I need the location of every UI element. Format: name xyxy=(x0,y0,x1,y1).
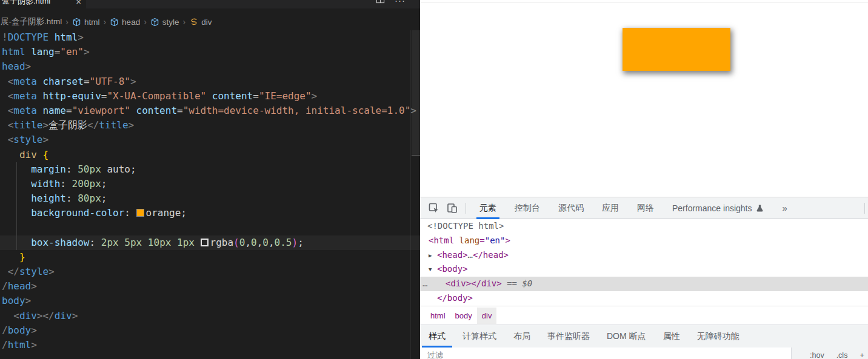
filter-toggle[interactable]: + xyxy=(860,351,864,359)
code-line[interactable]: /html> xyxy=(0,338,420,352)
code-line[interactable]: height: 80px; xyxy=(0,191,420,206)
close-icon[interactable]: × xyxy=(76,0,81,6)
color-swatch-rgba-icon[interactable] xyxy=(201,239,209,246)
collapse-arrow-icon[interactable]: ▶ xyxy=(429,249,432,263)
split-editor-icon[interactable] xyxy=(376,0,385,5)
style-tab-属性[interactable]: 属性 xyxy=(655,325,689,347)
cube-icon xyxy=(72,18,81,27)
dom-tree-row[interactable]: ▶<head>…</head> xyxy=(420,248,868,263)
code-line[interactable]: head> xyxy=(0,59,420,74)
dom-node-text: <body> xyxy=(420,264,468,274)
editor-tab-title: 盒子阴影.html xyxy=(2,0,70,7)
code-line[interactable]: </style> xyxy=(0,265,420,279)
dom-tree-row[interactable]: </body> xyxy=(420,291,868,306)
rendered-orange-box xyxy=(623,28,730,71)
code-line[interactable]: <meta http-equiv="X-UA-Compatible" conte… xyxy=(0,89,420,104)
code-editor[interactable]: !DOCTYPE html>html lang="en">head> <meta… xyxy=(0,30,420,352)
dom-tree-row[interactable]: <!DOCTYPE html> xyxy=(420,219,868,234)
code-line[interactable]: html lang="en"> xyxy=(0,45,420,59)
toolbar-separator xyxy=(466,203,466,214)
style-tab-计算样式[interactable]: 计算样式 xyxy=(454,325,505,347)
styles-sidebar-tabs: 样式计算样式布局事件监听器DOM 断点属性无障碍功能 xyxy=(420,324,868,347)
breadcrumb-file[interactable]: 展-盒子阴影.html xyxy=(1,16,62,27)
devtools-tab-控制台[interactable]: 控制台 xyxy=(506,197,549,219)
row-menu-dots-icon[interactable]: … xyxy=(422,277,428,291)
devtools-tab-网络[interactable]: 网络 xyxy=(628,197,663,219)
dom-tree-row[interactable]: …<div></div> == $0 xyxy=(420,277,868,291)
more-tabs-icon[interactable]: » xyxy=(773,203,797,213)
styles-filter-input[interactable]: 过滤 xyxy=(420,347,791,359)
styles-filter-row: 过滤 :hov.cls+ xyxy=(420,347,868,359)
cube-icon xyxy=(110,18,119,27)
style-tab-无障碍功能[interactable]: 无障碍功能 xyxy=(689,325,748,347)
devtools: 元素控制台源代码应用网络Performance insights » <!DOC… xyxy=(420,197,868,359)
breadcrumb-separator: › xyxy=(65,17,68,27)
filter-placeholder: 过滤 xyxy=(427,350,443,359)
code-line[interactable]: margin: 50px auto; xyxy=(0,162,420,177)
breadcrumb-item-html[interactable]: html xyxy=(84,18,100,27)
style-tab-布局[interactable]: 布局 xyxy=(505,325,539,347)
dom-node-text: </body> xyxy=(420,293,473,303)
code-line[interactable] xyxy=(0,220,420,235)
dom-node-text: <div></div> == $0 xyxy=(420,278,532,288)
color-swatch-orange-icon[interactable] xyxy=(136,209,144,217)
code-line[interactable]: div { xyxy=(0,148,420,162)
expand-arrow-icon[interactable]: ▼ xyxy=(429,263,432,277)
browser-viewport xyxy=(420,0,868,197)
devtools-crumb-body[interactable]: body xyxy=(450,308,477,324)
devtools-tab-元素[interactable]: 元素 xyxy=(470,197,506,219)
devtools-crumb-div[interactable]: div xyxy=(477,308,497,324)
breadcrumb-separator: › xyxy=(183,17,186,27)
devtools-crumb-html[interactable]: html xyxy=(426,308,450,324)
devtools-tab-Performance insights[interactable]: Performance insights xyxy=(663,197,773,219)
viewport-top-border xyxy=(420,2,868,2)
browser-panel: 元素控制台源代码应用网络Performance insights » <!DOC… xyxy=(420,0,868,359)
code-line[interactable]: width: 200px; xyxy=(0,177,420,191)
breadcrumb-separator: › xyxy=(144,17,147,27)
devtools-tab-应用[interactable]: 应用 xyxy=(593,197,628,219)
dom-tree-row[interactable]: ▼<body> xyxy=(420,262,868,277)
breadcrumb-separator: › xyxy=(103,17,106,27)
scrollbar-thumb[interactable] xyxy=(412,30,420,156)
breadcrumb-item-style[interactable]: style xyxy=(162,18,179,27)
dom-node-text: <!DOCTYPE html> xyxy=(420,221,504,231)
code-line[interactable]: /body> xyxy=(0,323,420,338)
style-tab-DOM 断点[interactable]: DOM 断点 xyxy=(598,325,655,347)
editor-tab-bar: 盒子阴影.html × ··· xyxy=(0,0,420,8)
devtools-tabs: 元素控制台源代码应用网络Performance insights xyxy=(470,197,773,219)
code-line[interactable]: <meta name="viewport" content="width=dev… xyxy=(0,104,420,118)
code-line[interactable]: } xyxy=(0,250,420,265)
cube-icon xyxy=(150,18,159,27)
code-line[interactable]: !DOCTYPE html> xyxy=(0,30,420,45)
editor-scrollbar[interactable] xyxy=(410,30,420,359)
breadcrumb-item-head[interactable]: head xyxy=(122,18,140,27)
code-line[interactable]: <style> xyxy=(0,133,420,147)
dom-node-text: <head>…</head> xyxy=(420,250,509,260)
devtools-tab-源代码[interactable]: 源代码 xyxy=(549,197,593,219)
code-line[interactable]: box-shadow: 2px 5px 10px 1px rgba(0,0,0,… xyxy=(0,235,420,250)
devtools-toolbar: 元素控制台源代码应用网络Performance insights » xyxy=(420,197,868,219)
dom-tree-row[interactable]: <html lang="en"> xyxy=(420,234,868,248)
breadcrumb-items: ›html›head›style›div xyxy=(65,17,212,27)
breadcrumb-item-div[interactable]: div xyxy=(201,18,212,27)
more-actions-icon[interactable]: ··· xyxy=(395,0,406,5)
symbol-orange-icon xyxy=(189,18,198,27)
editor-tab[interactable]: 盒子阴影.html × xyxy=(0,0,86,8)
code-line[interactable]: /head> xyxy=(0,279,420,294)
code-line[interactable]: <title>盒子阴影</title> xyxy=(0,118,420,133)
code-line[interactable]: <div></div> xyxy=(0,309,420,323)
device-toolbar-icon[interactable] xyxy=(443,200,461,216)
filter-toggle[interactable]: .cls xyxy=(836,351,848,359)
toolbar-right-separator xyxy=(864,203,865,214)
code-line[interactable]: body> xyxy=(0,294,420,308)
filter-toggle[interactable]: :hov xyxy=(810,351,824,359)
styles-toggles: :hov.cls+ xyxy=(791,347,868,359)
flask-icon xyxy=(756,204,764,212)
code-line[interactable]: background-color: orange; xyxy=(0,206,420,220)
indent-guide xyxy=(16,162,17,250)
code-line[interactable]: <meta charset="UTF-8"> xyxy=(0,74,420,89)
code-lines: !DOCTYPE html>html lang="en">head> <meta… xyxy=(0,30,420,352)
inspect-element-icon[interactable] xyxy=(425,200,443,216)
style-tab-样式[interactable]: 样式 xyxy=(420,325,454,347)
style-tab-事件监听器[interactable]: 事件监听器 xyxy=(539,325,598,347)
